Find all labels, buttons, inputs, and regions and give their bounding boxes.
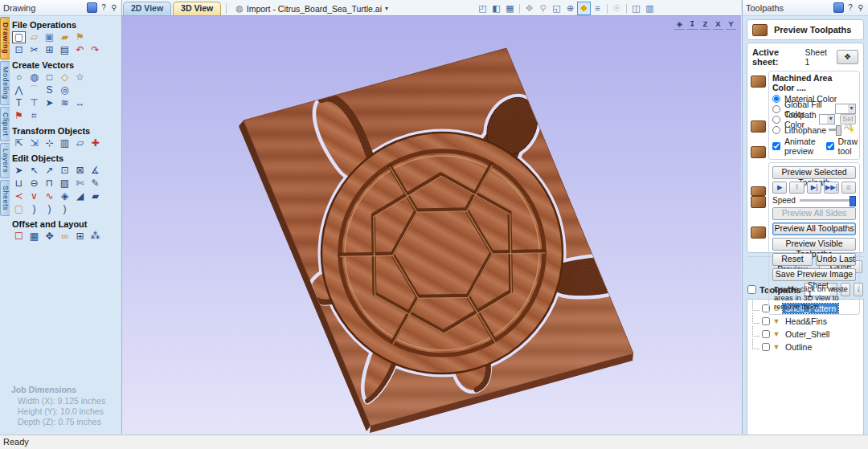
copy-icon[interactable]: ⊞ <box>43 44 56 56</box>
zoom-window-icon[interactable]: ◱ <box>550 2 563 14</box>
tile-vertical-icon[interactable]: ▥ <box>643 2 657 14</box>
circle-tool-icon[interactable]: ○ <box>12 71 26 84</box>
join-smooth-icon[interactable]: ) <box>43 203 56 215</box>
arc-fit-tool-icon[interactable]: ≺ <box>12 190 26 202</box>
pan-view-icon[interactable]: ✥ <box>522 2 536 14</box>
tab-3d-view[interactable]: 3D View <box>173 2 221 15</box>
center-tool-icon[interactable]: ✚ <box>88 137 102 149</box>
rounded-rect-tool-icon[interactable]: ▢ <box>12 203 26 215</box>
preview-toolpaths-banner[interactable]: Preview Toolpaths <box>747 19 864 40</box>
view-along-z-icon[interactable]: Z <box>700 18 710 30</box>
import-job-selector[interactable]: ◍ Import - Citrus_Board_Sea_Turtle.ai ▾ <box>235 3 388 14</box>
text-tool-icon[interactable]: T <box>12 97 26 109</box>
offset-shape-tool-icon[interactable]: ◈ <box>58 190 72 202</box>
top-view-icon[interactable]: ↧ <box>687 18 698 30</box>
spiral-tool-icon[interactable]: ◎ <box>58 84 72 96</box>
toolpaths-master-checkbox[interactable] <box>747 285 756 294</box>
select-tool-icon[interactable]: ➤ <box>12 165 26 177</box>
lithophane-radio[interactable] <box>772 126 780 134</box>
cut-icon[interactable]: ✂ <box>27 44 41 56</box>
text-box-tool-icon[interactable]: ⊤ <box>27 97 41 109</box>
toolpath-item-outer-shell[interactable]: Outer_Shell <box>783 329 832 339</box>
fillet-tool-icon[interactable]: ◢ <box>73 190 87 202</box>
lithophane-slider[interactable] <box>829 129 841 131</box>
draw-tool-checkbox[interactable] <box>826 142 834 150</box>
node-edit-tool-icon[interactable]: ↖ <box>27 165 41 177</box>
iso-view-icon[interactable]: ◈ <box>674 18 685 30</box>
smooth-tool-icon[interactable]: ✎ <box>88 178 102 190</box>
pin-icon[interactable]: ⚲ <box>110 3 118 12</box>
dimension-tool-icon[interactable]: ⌗ <box>27 110 41 122</box>
toolpath-color-radio[interactable] <box>772 116 780 124</box>
preview-all-toolpaths-button[interactable]: Preview All Toolpaths <box>772 222 856 235</box>
view-along-x-icon[interactable]: X <box>713 18 723 30</box>
chain-copy-tool-icon[interactable]: ∞ <box>58 231 72 243</box>
split-view-icon[interactable]: ◧ <box>489 2 503 14</box>
measure-window-icon[interactable]: ⊡ <box>58 165 72 177</box>
zoom-out-icon[interactable]: ⚲ <box>536 2 550 14</box>
import-file-icon[interactable]: ⚑ <box>73 31 87 43</box>
distort-tool-icon[interactable]: ▱ <box>73 137 87 149</box>
help-icon[interactable]: ? <box>100 3 108 12</box>
polygon-tool-icon[interactable]: ◇ <box>58 71 72 84</box>
circular-array-tool-icon[interactable]: ✥ <box>43 231 56 243</box>
run-to-end-icon[interactable]: ≣ <box>841 182 856 194</box>
text-on-curve-tool-icon[interactable]: ≋ <box>58 97 72 109</box>
redo-icon[interactable]: ↷ <box>88 44 102 56</box>
help-icon[interactable]: ? <box>846 3 854 12</box>
tab-2d-view[interactable]: 2D View <box>123 2 171 15</box>
text-select-tool-icon[interactable]: ➤ <box>43 97 56 109</box>
preview-selected-toolpath-button[interactable]: Preview Selected Toolpath <box>772 166 856 179</box>
mirror-tool-icon[interactable]: ▥ <box>58 137 72 149</box>
intersect-tool-icon[interactable]: ⊓ <box>43 178 56 190</box>
ellipse-tool-icon[interactable]: ◍ <box>27 71 41 84</box>
measure-tool-icon[interactable]: ∡ <box>88 165 102 177</box>
toolpath-drawing-icon[interactable]: ≡ <box>591 2 604 14</box>
toolpath-color-dropdown[interactable]: ▼ <box>819 114 835 124</box>
dock-icon[interactable] <box>87 2 97 13</box>
draw-tablet-tool-icon[interactable]: ⚑ <box>12 110 26 122</box>
undo-last-button[interactable]: Undo Last <box>816 253 856 266</box>
sheet-color-palette-button[interactable]: ❖ <box>837 50 858 64</box>
speed-slider[interactable] <box>800 199 856 202</box>
side-tab-modeling[interactable]: Modeling <box>0 61 10 105</box>
weld-tool-icon[interactable]: ⊔ <box>12 178 26 190</box>
grid-toggle-icon[interactable]: ▦ <box>503 2 517 14</box>
pause-icon[interactable]: ‖ <box>789 182 804 194</box>
side-tab-sheets[interactable]: Sheets <box>0 180 10 216</box>
letter-spacing-tool-icon[interactable]: ↔ <box>73 97 87 109</box>
side-tab-drawing[interactable]: Drawing <box>0 17 10 59</box>
side-tab-layers[interactable]: Layers <box>0 143 10 178</box>
toolpath-visible-checkbox[interactable] <box>762 343 770 351</box>
animate-preview-checkbox[interactable] <box>772 142 780 150</box>
toolpath-item-outline[interactable]: Outline <box>783 342 814 352</box>
transform-select-tool-icon[interactable]: ↗ <box>43 165 56 177</box>
pin-icon[interactable]: ⚲ <box>857 3 865 12</box>
toolpath-visibility-icon[interactable]: ◆ <box>577 2 591 15</box>
zoom-box-icon[interactable]: ◰ <box>476 2 489 14</box>
open-file-icon[interactable]: ▱ <box>27 31 41 43</box>
nesting-tool-icon[interactable]: ⁂ <box>88 231 102 243</box>
dock-icon[interactable] <box>833 2 844 13</box>
polyline-tool-icon[interactable]: ⋀ <box>12 84 26 96</box>
skip-to-end-icon[interactable]: ▶▶| <box>824 182 838 194</box>
mask-tool-icon[interactable]: ▰ <box>88 190 102 202</box>
curve-tool-icon[interactable]: S <box>43 84 56 96</box>
rotate-view-icon[interactable]: ☉ <box>610 2 624 14</box>
toolpath-item-head-fins[interactable]: Head&Fins <box>783 316 829 326</box>
hatch-tool-icon[interactable]: ▨ <box>58 178 72 190</box>
offset-tool-icon[interactable]: ☐ <box>12 231 26 243</box>
view-along-y-icon[interactable]: Y <box>726 18 736 30</box>
side-tab-clipart[interactable]: Clipart <box>0 107 10 142</box>
trim-tool-icon[interactable]: ✄ <box>73 178 87 190</box>
new-file-icon[interactable]: ▢ <box>12 31 26 43</box>
preview-3d-canvas[interactable]: ◈ ↧ Z X Y <box>122 16 741 434</box>
move-tool-icon[interactable]: ⇱ <box>12 137 26 149</box>
preview-all-sides-button[interactable]: Preview All Sides <box>772 207 856 220</box>
align-tool-icon[interactable]: ⊹ <box>43 137 56 149</box>
save-preview-image-button[interactable]: Save Preview Image <box>772 268 856 281</box>
sharpen-tool-icon[interactable]: ∨ <box>27 190 41 202</box>
arc-tool-icon[interactable]: ⌒ <box>27 84 41 96</box>
rectangle-tool-icon[interactable]: □ <box>43 71 56 84</box>
global-fill-color-radio[interactable] <box>772 105 780 113</box>
